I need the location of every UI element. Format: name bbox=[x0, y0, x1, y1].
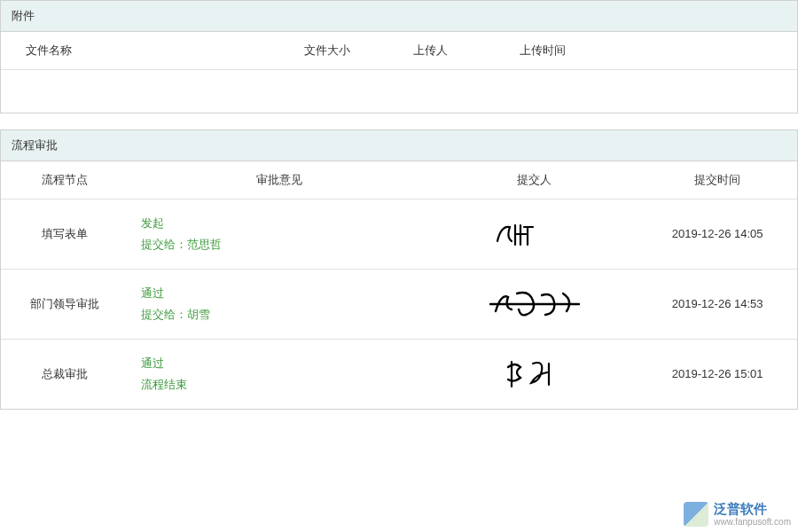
opinion-line2: 提交给：胡雪 bbox=[141, 304, 424, 325]
opinion-line2: 提交给：范思哲 bbox=[141, 234, 424, 254]
attachments-header: 附件 bbox=[1, 1, 797, 32]
submitter-cell bbox=[431, 199, 638, 269]
opinion-line1: 通过 bbox=[141, 353, 424, 373]
attachments-section: 附件 文件名称 文件大小 上传人 上传时间 bbox=[0, 0, 798, 113]
col-submit-time: 提交时间 bbox=[638, 161, 797, 200]
node-cell: 总裁审批 bbox=[1, 339, 129, 409]
opinion-cell: 发起 提交给：范思哲 bbox=[129, 199, 431, 269]
col-opinion: 审批意见 bbox=[129, 161, 431, 200]
approval-row: 部门领导审批 通过 提交给：胡雪 2019-12-26 14:53 bbox=[1, 269, 797, 339]
col-filename: 文件名称 bbox=[1, 32, 271, 70]
approval-row: 填写表单 发起 提交给：范思哲 2019-12-26 14:05 bbox=[1, 199, 797, 269]
submitter-cell bbox=[431, 339, 638, 409]
submit-time-cell: 2019-12-26 14:05 bbox=[638, 199, 797, 269]
node-cell: 部门领导审批 bbox=[1, 269, 129, 339]
col-upload-time: 上传时间 bbox=[479, 32, 606, 70]
node-cell: 填写表单 bbox=[1, 199, 129, 269]
opinion-line1: 通过 bbox=[141, 283, 424, 303]
approval-row: 总裁审批 通过 流程结束 2019-12-26 15:01 bbox=[1, 339, 797, 409]
submit-time-cell: 2019-12-26 15:01 bbox=[638, 339, 797, 409]
submitter-cell bbox=[431, 269, 638, 339]
attachments-empty-row bbox=[1, 70, 797, 113]
watermark-title: 泛普软件 bbox=[714, 502, 791, 517]
watermark-logo-icon bbox=[684, 502, 708, 527]
opinion-line2: 流程结束 bbox=[141, 374, 424, 395]
col-node: 流程节点 bbox=[1, 161, 129, 200]
col-uploader: 上传人 bbox=[383, 32, 479, 70]
col-submitter: 提交人 bbox=[431, 161, 638, 200]
opinion-line1: 发起 bbox=[141, 213, 424, 233]
opinion-cell: 通过 提交给：胡雪 bbox=[129, 269, 431, 339]
col-filesize: 文件大小 bbox=[271, 32, 383, 70]
watermark: 泛普软件 www.fanpusoft.com bbox=[684, 502, 791, 527]
watermark-url: www.fanpusoft.com bbox=[714, 517, 791, 527]
submit-time-cell: 2019-12-26 14:53 bbox=[638, 269, 797, 339]
signature-icon bbox=[481, 285, 588, 324]
approval-header: 流程审批 bbox=[1, 130, 797, 161]
opinion-cell: 通过 流程结束 bbox=[129, 339, 431, 409]
col-extra-1 bbox=[606, 32, 701, 70]
signature-icon bbox=[481, 215, 588, 254]
approval-table: 流程节点 审批意见 提交人 提交时间 填写表单 发起 提交给：范思哲 bbox=[1, 161, 797, 409]
approval-section: 流程审批 流程节点 审批意见 提交人 提交时间 填写表单 发起 提交给：范思哲 bbox=[0, 129, 798, 410]
attachments-table: 文件名称 文件大小 上传人 上传时间 bbox=[1, 32, 797, 113]
signature-icon bbox=[481, 355, 588, 394]
col-extra-2 bbox=[701, 32, 797, 70]
